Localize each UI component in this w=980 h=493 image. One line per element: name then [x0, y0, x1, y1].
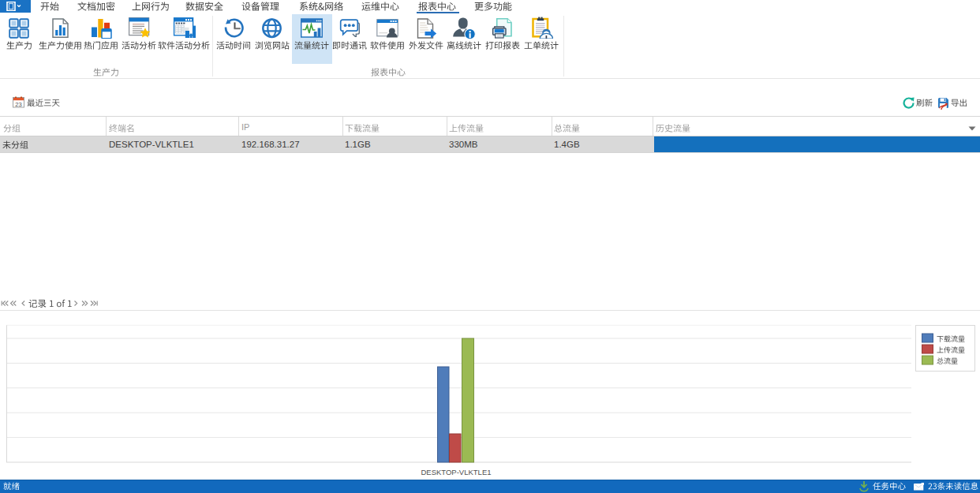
svg-text:DESKTOP-VLKTLE1: DESKTOP-VLKTLE1: [421, 468, 491, 476]
svg-text:23: 23: [15, 101, 21, 108]
